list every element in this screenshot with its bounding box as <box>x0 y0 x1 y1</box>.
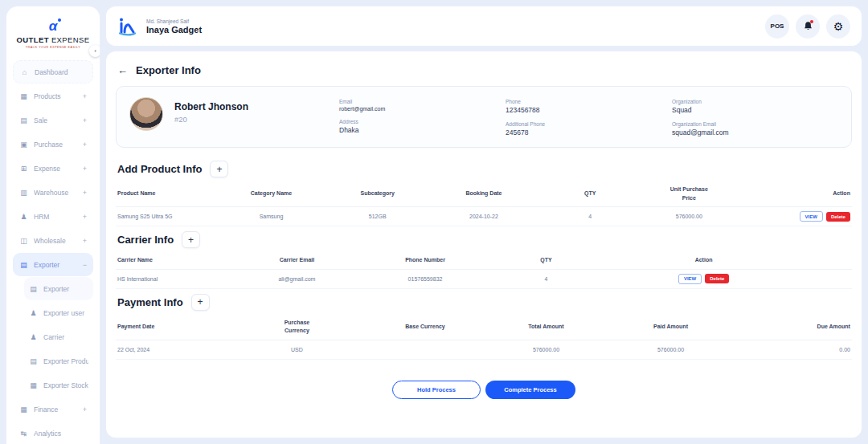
expand-plus-icon[interactable]: + <box>83 213 87 221</box>
sidebar-item-wholesale[interactable]: ◫ Wholesale + <box>13 229 93 252</box>
product-table: Product Name Category Name Subcategory B… <box>116 185 852 226</box>
carrier-table: Carrier Name Carrier Email Phone Number … <box>116 256 852 289</box>
exporter-profile-card: Robert Jhonson #20 Email robert@gmail.co… <box>116 86 852 148</box>
paid-amount-cell: 576000.00 <box>616 347 726 352</box>
field-label: Additional Phone <box>506 121 672 127</box>
exporter-id: #20 <box>174 115 339 124</box>
sidebar-subitem-exporter-user[interactable]: ♟ Exporter user <box>24 301 93 324</box>
sidebar-collapse-button[interactable]: ‹ <box>89 45 100 57</box>
brand-title: OUTLET EXPENSE <box>13 35 93 44</box>
expand-plus-icon[interactable]: + <box>83 237 87 245</box>
sidebar-subitem-exporter-stock[interactable]: ▦ Exporter Stock <box>24 373 93 397</box>
column-header: Total Amount <box>528 323 563 332</box>
column-header: Category Name <box>251 189 292 198</box>
unit-price-cell: 576000.00 <box>637 214 740 219</box>
expand-plus-icon[interactable]: + <box>83 116 87 124</box>
sidebar-item-label: Finance <box>34 405 77 413</box>
sidebar-item-expense[interactable]: ⊞ Expense + <box>13 157 93 180</box>
column-header: Purchase Currency <box>276 319 317 336</box>
expand-plus-icon[interactable]: + <box>83 165 87 173</box>
exporter-icon: ▤ <box>29 285 38 293</box>
page-header: ← Exporter Info <box>117 64 852 76</box>
payment-table-row: 22 Oct, 2024 USD 576000.00 576000.00 0.0… <box>116 340 852 360</box>
qty-cell: 4 <box>542 214 638 219</box>
expand-plus-icon[interactable]: + <box>83 405 87 413</box>
sidebar-item-warehouse[interactable]: ▥ Warehouse + <box>13 181 93 204</box>
sidebar-nav: ⌂ Dashboard ▦ Products + ▤ Sale + ▣ Purc… <box>13 60 93 444</box>
payment-date-cell: 22 Oct, 2024 <box>117 347 220 352</box>
sidebar-item-label: Exporter user <box>43 309 88 317</box>
settings-button[interactable]: ⚙ <box>826 14 850 39</box>
category-cell: Samsung <box>213 214 330 219</box>
sidebar-item-dashboard[interactable]: ⌂ Dashboard <box>13 60 93 84</box>
hold-process-button[interactable]: Hold Process <box>392 381 481 399</box>
total-amount-cell: 576000.00 <box>477 347 616 352</box>
sidebar-item-finance[interactable]: ▦ Finance + <box>13 397 93 421</box>
column-header: Due Amount <box>817 323 850 332</box>
expand-plus-icon[interactable]: + <box>83 92 87 100</box>
sidebar-item-label: Carrier <box>43 333 88 341</box>
exporter-avatar <box>129 97 163 131</box>
sidebar-item-exporter[interactable]: ▤ Exporter − <box>13 253 93 276</box>
field-label: Organization Email <box>672 121 838 127</box>
add-product-button[interactable]: + <box>210 161 228 177</box>
payment-table-header: Payment Date Purchase Currency Base Curr… <box>116 319 852 340</box>
column-header: Subcategory <box>361 189 395 198</box>
sidebar-item-hrm[interactable]: ♟ HRM + <box>13 205 93 228</box>
product-actions-cell: VIEW Delete <box>740 211 850 222</box>
add-payment-button[interactable]: + <box>191 294 210 311</box>
column-header: Product Name <box>117 190 155 196</box>
gear-icon: ⚙ <box>833 20 844 33</box>
topbar-actions: POS ⚙ <box>765 14 850 39</box>
notifications-button[interactable] <box>796 14 820 39</box>
pos-button[interactable]: POS <box>765 14 789 39</box>
purchase-icon: ▣ <box>19 141 28 149</box>
sidebar-item-label: Expense <box>34 165 77 173</box>
view-product-button[interactable]: VIEW <box>800 211 823 222</box>
sidebar-item-sale[interactable]: ▤ Sale + <box>13 108 93 132</box>
sidebar-item-label: Analytics <box>34 430 87 438</box>
sidebar-subitem-carrier[interactable]: ♟ Carrier <box>24 325 93 348</box>
complete-process-button[interactable]: Complete Process <box>485 381 575 399</box>
field-label: Phone <box>506 99 672 104</box>
sidebar-item-label: Exporter <box>43 285 88 293</box>
app-root: α OUTLET EXPENSE TRACK YOUR EXPENSE EASI… <box>0 0 868 444</box>
exporter-details: Email robert@gmail.com Address Dhaka Pho… <box>339 97 838 136</box>
expand-plus-icon[interactable]: + <box>83 189 87 197</box>
collapse-minus-icon[interactable]: − <box>83 261 87 269</box>
view-carrier-button[interactable]: VIEW <box>678 274 702 284</box>
finance-icon: ▦ <box>19 405 28 413</box>
column-header: Payment Date <box>117 324 154 329</box>
stock-icon: ▦ <box>29 381 38 389</box>
sidebar-item-label: Exporter <box>34 261 77 269</box>
back-arrow-icon[interactable]: ← <box>117 64 128 76</box>
sidebar-item-analytics[interactable]: ↹ Analytics <box>13 422 93 444</box>
column-header: Unit Purchase Price <box>668 185 710 202</box>
carrier-table-header: Carrier Name Carrier Email Phone Number … <box>116 256 852 270</box>
field-label: Address <box>339 119 506 124</box>
brand-logo-icon: α <box>49 19 58 33</box>
payment-section-header: Payment Info + <box>117 294 852 311</box>
sale-icon: ▤ <box>19 116 28 124</box>
column-header: Booking Date <box>465 189 502 198</box>
exporter-phone: 123456788 <box>506 106 672 114</box>
delete-product-button[interactable]: Delete <box>826 212 850 222</box>
carrier-table-row: HS International ali@gmail.com 015765598… <box>116 270 852 289</box>
column-header: Action <box>833 189 850 198</box>
main-area: Md. Shanjeed Saif Inaya Gadget POS ⚙ <box>106 6 862 438</box>
sidebar-item-products[interactable]: ▦ Products + <box>13 84 93 108</box>
add-carrier-button[interactable]: + <box>182 231 200 248</box>
user-icon: ♟ <box>29 309 38 317</box>
sidebar-item-purchase[interactable]: ▣ Purchase + <box>13 132 93 156</box>
sidebar-subitem-exporter-product[interactable]: ▤ Exporter Product <box>24 349 93 373</box>
sidebar-subitem-exporter[interactable]: ▤ Exporter <box>24 277 93 300</box>
product-section-header: Add Product Info + <box>117 161 852 177</box>
user-icon: ♟ <box>29 333 38 341</box>
expand-plus-icon[interactable]: + <box>83 141 87 149</box>
brand-title-light: EXPENSE <box>49 35 90 44</box>
wholesale-icon: ◫ <box>19 237 28 245</box>
products-icon: ▦ <box>19 92 28 100</box>
exporter-organization: Squad <box>672 106 838 114</box>
column-header: Base Currency <box>405 323 444 332</box>
delete-carrier-button[interactable]: Delete <box>705 274 729 283</box>
